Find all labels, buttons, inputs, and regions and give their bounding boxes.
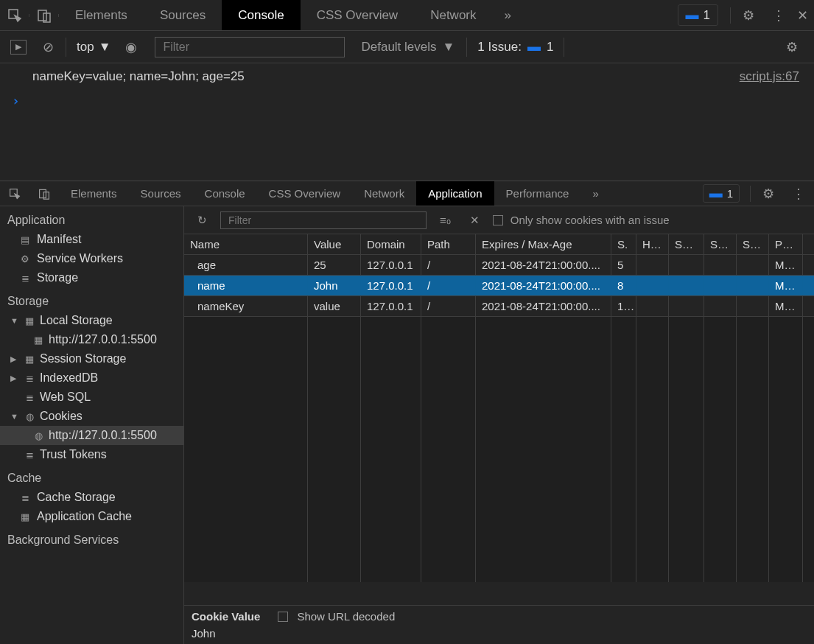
db-icon: ≣ [24,373,35,384]
clear-all-icon[interactable]: ✕ [464,214,485,227]
cookie-value[interactable]: John [192,623,807,640]
disclosure-icon: ▶ [10,354,19,364]
sidebar-item-service-workers[interactable]: ⚙Service Workers [0,249,183,268]
sidebar-tree-local-storage[interactable]: ▼▦Local Storage [0,311,183,330]
devtools-console-panel: ElementsSourcesConsoleCSS OverviewNetwor… [0,0,814,181]
grid-icon: ▦ [19,511,31,522]
sidebar-group-cache: Cache [0,464,183,488]
source-link[interactable]: script.js:67 [740,69,799,84]
gear-icon: ⚙ [19,253,31,265]
column-header[interactable]: Domain [361,234,421,254]
chevron-down-icon: ▼ [99,40,111,55]
svg-rect-1 [38,10,46,21]
column-header[interactable]: Sa... [737,234,769,254]
url-decoded-label: Show URL decoded [297,610,395,623]
db-icon: ≣ [24,449,35,461]
column-header[interactable]: S. [611,234,636,254]
sidebar-tree-trust-tokens[interactable]: ≣Trust Tokens [0,445,183,464]
kebab-icon[interactable]: ⋮ [763,7,794,24]
log-levels-selector[interactable]: Default levels ▼ [361,40,455,55]
settings-icon[interactable]: ⚙ [734,7,763,24]
sidebar-tree-indexeddb[interactable]: ▶≣IndexedDB [0,368,183,388]
sidebar-item-storage[interactable]: ≣Storage [0,268,183,287]
cookies-toolbar: ↻ ≡₀ ✕ Only show cookies with an issue [184,206,814,234]
tab-application[interactable]: Application [416,181,494,206]
messages-badge[interactable]: ▬ 1 [678,4,718,26]
sidebar-tree-session-storage[interactable]: ▶▦Session Storage [0,349,183,368]
url-decoded-checkbox[interactable] [278,612,288,622]
badge-count: 1 [727,187,733,200]
column-header[interactable]: Name [184,234,308,254]
console-log-row[interactable]: nameKey=value; name=John; age=25 script.… [0,63,814,90]
sidebar-item-cache-storage[interactable]: ≣Cache Storage [0,488,183,507]
toggle-sidebar-icon[interactable]: ▶ [10,40,27,55]
column-header[interactable]: Htt... [636,234,669,254]
column-header[interactable]: Sec... [669,234,704,254]
sidebar-item-application-cache[interactable]: ▦Application Cache [0,507,183,526]
chat-icon: ▬ [709,186,723,201]
kebab-icon[interactable]: ⋮ [783,186,814,202]
table-row[interactable]: nameJohn127.0.0.1/2021-08-24T21:00:00...… [184,276,814,296]
only-issue-label: Only show cookies with an issue [510,214,670,226]
cookie-icon: ◍ [24,411,35,422]
table-row[interactable]: nameKeyvalue127.0.0.1/2021-08-24T21:00:0… [184,296,814,317]
only-issue-checkbox[interactable] [493,215,503,225]
column-header[interactable]: Expires / Max-Age [476,234,611,254]
grid-icon: ▦ [24,315,35,326]
grid-icon: ▦ [32,335,44,346]
tab-network[interactable]: Network [352,181,416,206]
table-empty-area [184,317,814,582]
cookies-filter-input[interactable] [220,211,427,229]
tab-elements[interactable]: Elements [59,181,129,206]
tab-sources[interactable]: Sources [129,181,193,206]
settings-icon[interactable]: ⚙ [754,186,783,202]
more-tabs-icon[interactable]: » [493,8,523,23]
filter-input[interactable] [155,37,345,57]
inspect-icon[interactable] [0,188,29,200]
refresh-icon[interactable]: ↻ [192,214,213,227]
sidebar-tree-web-sql[interactable]: ≣Web SQL [0,388,183,407]
tab-network[interactable]: Network [414,0,492,30]
sidebar-tree-cookies[interactable]: ▼◍Cookies [0,407,183,426]
sidebar-item-manifest[interactable]: ▤Manifest [0,230,183,249]
log-message: nameKey=value; name=John; age=25 [32,69,245,84]
tab-performance[interactable]: Performance [494,181,581,206]
close-icon[interactable]: ✕ [794,7,814,24]
column-header[interactable]: Pri... [769,234,803,254]
tab-console[interactable]: Console [193,181,257,206]
tab-css-overview[interactable]: CSS Overview [257,181,353,206]
cookie-value-label: Cookie Value [192,610,260,623]
console-settings-icon[interactable]: ⚙ [777,39,807,55]
devtools-application-panel: ElementsSourcesConsoleCSS OverviewNetwor… [0,181,814,644]
tab-elements[interactable]: Elements [59,0,144,30]
application-sidebar: Application▤Manifest⚙Service Workers≣Sto… [0,206,184,644]
console-prompt[interactable]: › [0,90,814,111]
tab-sources[interactable]: Sources [144,0,222,30]
sidebar-subitem[interactable]: ▦http://127.0.0.1:5500 [0,330,183,349]
clear-console-icon[interactable]: ⊘ [43,39,54,55]
table-row[interactable]: age25127.0.0.1/2021-08-24T21:00:00....5M… [184,255,814,276]
more-tabs-icon[interactable]: » [580,187,610,200]
column-header[interactable]: Sa... [704,234,737,254]
disclosure-icon: ▼ [10,316,19,325]
db-icon: ≣ [24,392,35,403]
bottom-tabbar: ElementsSourcesConsoleCSS OverviewNetwor… [0,181,814,206]
inspect-icon[interactable] [0,8,29,23]
tab-console[interactable]: Console [222,0,300,30]
cookie-detail-footer: Cookie Value Show URL decoded John [184,605,814,644]
issues-indicator[interactable]: 1 Issue: ▬ 1 [477,39,553,55]
device-toggle-icon[interactable] [29,8,59,23]
db-icon: ≣ [19,492,31,503]
console-toolbar: ▶ ⊘ top ▼ ◉ Default levels ▼ 1 Issue: ▬ … [0,31,814,63]
live-expression-icon[interactable]: ◉ [125,39,137,55]
filter-toggle-icon[interactable]: ≡₀ [434,214,457,227]
column-header[interactable]: Value [308,234,361,254]
device-toggle-icon[interactable] [29,188,59,200]
badge-count: 1 [704,8,710,23]
sidebar-subitem[interactable]: ◍http://127.0.0.1:5500 [0,426,183,445]
messages-badge[interactable]: ▬ 1 [703,184,740,203]
tab-css-overview[interactable]: CSS Overview [301,0,415,30]
column-header[interactable]: Path [421,234,476,254]
context-selector[interactable]: top ▼ [77,40,110,55]
cookies-content: ↻ ≡₀ ✕ Only show cookies with an issue N… [184,206,814,644]
